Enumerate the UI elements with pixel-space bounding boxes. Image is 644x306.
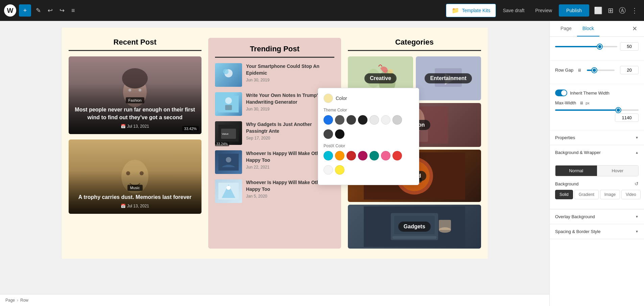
canvas-inner: Recent Post xyxy=(62,28,488,259)
theme-color-swatches-row2 xyxy=(324,129,413,139)
breadcrumb-row[interactable]: Row xyxy=(20,298,28,303)
row-gap-input[interactable]: 20 xyxy=(620,66,639,74)
overlay-background-accordion: Overlay Background ▼ xyxy=(550,209,644,224)
video-tab[interactable]: Video xyxy=(621,190,640,199)
swatch-lighter[interactable] xyxy=(381,115,390,125)
swatch-dark2[interactable] xyxy=(324,129,333,139)
image-tab[interactable]: Image xyxy=(600,190,620,199)
max-width-thumb[interactable] xyxy=(616,108,621,112)
svg-point-8 xyxy=(223,69,229,74)
trending-date-1: Jun 30, 2019 xyxy=(246,78,334,82)
swatch-crimson[interactable] xyxy=(347,151,356,160)
page-tab[interactable]: Page xyxy=(555,21,577,36)
trending-item-3[interactable]: Value 33.24% Why Gadgets Is Just Another… xyxy=(215,121,334,145)
recent-post-overlay-1: Fashion Most people never run far enough… xyxy=(69,83,201,134)
pen-tool-button[interactable]: ✎ xyxy=(34,5,43,16)
svg-rect-42 xyxy=(439,220,451,230)
spacing-border-arrow: ▼ xyxy=(635,230,639,233)
swatch-green[interactable] xyxy=(369,151,379,160)
recent-post-card-1[interactable]: Fashion Most people never run far enough… xyxy=(69,56,201,134)
column-gap-thumb[interactable] xyxy=(597,44,602,49)
swatch-pink[interactable] xyxy=(358,151,367,160)
postx-color-swatches-row2 xyxy=(324,165,413,175)
swatch-lightpink[interactable] xyxy=(381,151,390,160)
panel-close-button[interactable]: ✕ xyxy=(631,24,639,34)
save-draft-button[interactable]: Save draft xyxy=(499,5,528,16)
responsive-button[interactable]: ⊞ xyxy=(606,4,616,17)
swatch-white[interactable] xyxy=(324,165,333,175)
spacing-border-header[interactable]: Spacing & Border Style ▼ xyxy=(550,224,644,239)
swatch-darkgray[interactable] xyxy=(347,115,356,125)
fashion-badge: Fashion xyxy=(126,97,144,103)
swatch-blue[interactable] xyxy=(324,115,333,125)
swatch-red[interactable] xyxy=(392,151,402,160)
breadcrumb-page[interactable]: Page xyxy=(5,298,15,303)
swatch-teal[interactable] xyxy=(324,151,333,160)
swatch-black[interactable] xyxy=(335,129,344,139)
swatch-medium-gray[interactable] xyxy=(392,115,402,125)
more-options-button[interactable]: ⋮ xyxy=(629,4,640,17)
redo-button[interactable]: ↪ xyxy=(57,5,67,16)
menu-button[interactable]: ≡ xyxy=(69,5,77,16)
swatch-yellow[interactable] xyxy=(335,165,344,175)
monitor-icon: 🖥 xyxy=(577,68,581,73)
row-gap-thumb[interactable] xyxy=(592,68,597,73)
recent-post-date-2: 📅 Jul 13, 2021 xyxy=(74,204,196,208)
column-gap-row: 50 xyxy=(555,42,639,51)
column-gap-input[interactable]: 50 xyxy=(620,42,639,51)
layout-toggle-button[interactable]: ⬜ xyxy=(592,4,604,17)
swatch-verydark[interactable] xyxy=(358,115,367,125)
theme-color-swatches xyxy=(324,115,413,125)
normal-tab[interactable]: Normal xyxy=(555,165,597,176)
bg-wrapper-header[interactable]: Background & Wrapper ▲ xyxy=(550,145,644,160)
overlay-background-header[interactable]: Overlay Background ▼ xyxy=(550,209,644,224)
undo-button[interactable]: ↩ xyxy=(46,5,55,16)
trending-item-2[interactable]: Write Your Own Notes In Trump's Handwrit… xyxy=(215,92,334,116)
gadgets-label: Gadgets xyxy=(398,222,431,232)
svg-point-10 xyxy=(225,97,232,104)
publish-button[interactable]: Publish xyxy=(559,4,589,17)
recent-post-title-2: A trophy carries dust. Memories last for… xyxy=(74,194,196,201)
color-row: Color xyxy=(324,94,413,103)
state-tabs: Normal Hover xyxy=(555,165,639,176)
overlay-arrow: ▼ xyxy=(635,215,639,219)
trending-item-1[interactable]: Your Smartphone Could Stop An Epidemic J… xyxy=(215,63,334,87)
editor-canvas[interactable]: Recent Post xyxy=(0,21,549,306)
trending-thumb-2 xyxy=(215,92,242,116)
trending-date-5: Jan 5, 2020 xyxy=(246,194,334,199)
theme-color-title: Theme Color xyxy=(324,108,413,112)
astra-button[interactable]: Ⓐ xyxy=(617,4,628,17)
bg-wrapper-content: Normal Hover Background ↺ Solid Gradient… xyxy=(550,160,644,209)
gradient-tab[interactable]: Gradient xyxy=(574,190,599,199)
main-area: Recent Post xyxy=(0,21,644,306)
svg-point-19 xyxy=(226,186,231,190)
swatch-orange[interactable] xyxy=(335,151,344,160)
properties-header[interactable]: Properties ▼ xyxy=(550,130,644,145)
reset-background-button[interactable]: ↺ xyxy=(635,181,639,186)
trending-item-5[interactable]: Whoever Is Happy Will Make Others Happy … xyxy=(215,179,334,203)
color-picker-popup: Color Theme Color PostX Color xyxy=(318,88,419,185)
swatch-gray[interactable] xyxy=(335,115,344,125)
trending-item-4[interactable]: Whoever Is Happy Will Make Others Happy … xyxy=(215,150,334,174)
block-tab[interactable]: Block xyxy=(577,21,599,36)
wp-logo[interactable]: W xyxy=(4,4,16,17)
trending-content-1: Your Smartphone Could Stop An Epidemic J… xyxy=(246,63,334,82)
solid-tab[interactable]: Solid xyxy=(555,190,573,199)
category-entertainment[interactable]: Entertainment xyxy=(416,56,481,100)
right-panel: Page Block ✕ 50 Row Gap 🖥 xyxy=(549,21,644,306)
swatch-lightgray[interactable] xyxy=(369,115,379,125)
category-gadgets[interactable]: Gadgets xyxy=(348,205,481,249)
add-block-button[interactable]: + xyxy=(19,4,31,17)
inherit-toggle[interactable] xyxy=(555,90,567,96)
inherit-toggle-row: Inherit Theme Width xyxy=(555,90,639,96)
recent-post-card-2[interactable]: Music A trophy carries dust. Memories la… xyxy=(69,139,201,214)
svg-rect-40 xyxy=(392,236,436,239)
preview-button[interactable]: Preview xyxy=(531,5,556,16)
current-color-swatch[interactable] xyxy=(324,94,333,103)
template-kits-button[interactable]: 📁 Template Kits xyxy=(446,4,496,17)
max-width-monitor-icon: 🖥 xyxy=(579,101,583,105)
hover-tab[interactable]: Hover xyxy=(597,165,639,176)
inherit-theme-label: Inherit Theme Width xyxy=(570,91,610,96)
max-width-input[interactable]: 1140 xyxy=(615,113,639,122)
color-label: Color xyxy=(336,96,347,101)
